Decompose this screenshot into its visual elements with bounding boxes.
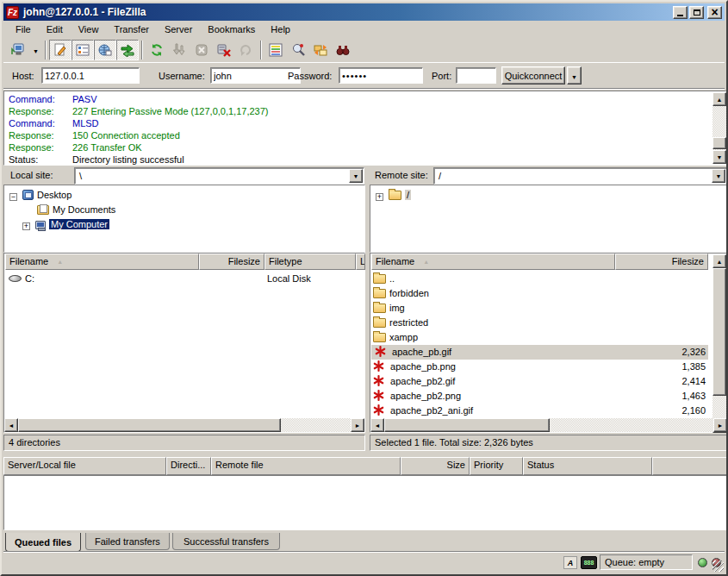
chevron-down-icon[interactable] — [349, 169, 363, 183]
scrollbar-thumb[interactable] — [18, 418, 281, 432]
transfer-type-icon[interactable]: A — [563, 556, 577, 569]
file-row[interactable]: apache_pb2_ani.gif 2,160 — [371, 404, 708, 418]
tree-item-my-computer[interactable]: +My Computer — [22, 217, 109, 232]
tab-label: Successful transfers — [184, 536, 269, 547]
toggle-local-tree-button[interactable] — [72, 40, 94, 60]
file-row-selected[interactable]: apache_pb.gif 2,326 — [371, 345, 708, 360]
scroll-left-button[interactable] — [370, 418, 384, 432]
tab-failed-transfers[interactable]: Failed transfers — [85, 533, 170, 550]
disconnect-button[interactable] — [213, 40, 235, 60]
scrollbar-track[interactable] — [550, 418, 713, 432]
directory-comparison-button[interactable] — [264, 40, 287, 60]
port-input[interactable] — [456, 67, 496, 84]
menu-bookmarks[interactable]: Bookmarks — [201, 22, 262, 36]
scroll-right-button[interactable] — [351, 418, 364, 432]
folder-icon — [373, 274, 386, 284]
toggle-transfer-queue-button[interactable] — [116, 40, 139, 60]
site-manager-dropdown-button[interactable] — [29, 40, 42, 60]
log-scroll-up-button[interactable] — [712, 92, 726, 106]
quickconnect-button[interactable]: Quickconnect — [501, 66, 565, 85]
column-header-size[interactable]: Size — [401, 457, 470, 475]
log-text: 227 Entering Passive Mode (127,0,0,1,17,… — [72, 105, 268, 117]
collapse-icon[interactable]: − — [9, 193, 17, 201]
file-row[interactable]: xampp — [371, 330, 708, 345]
cancel-operation-button[interactable] — [190, 40, 213, 60]
column-header-filesize[interactable]: Filesize — [199, 254, 264, 270]
file-row[interactable]: img — [371, 301, 708, 316]
site-manager-icon — [10, 43, 26, 57]
column-header-filesize[interactable]: Filesize — [615, 254, 708, 270]
file-row[interactable]: apache_pb2.png 1,463 — [371, 389, 708, 404]
speed-limits-icon[interactable]: 888 — [581, 556, 597, 569]
column-header-filetype[interactable]: Filetype — [264, 254, 356, 270]
tab-label: Queued files — [15, 537, 72, 548]
tab-successful-transfers[interactable]: Successful transfers — [172, 533, 280, 550]
column-header-filename[interactable]: Filename — [5, 254, 199, 270]
tree-item-root[interactable]: +/ — [376, 188, 411, 203]
column-header-direction[interactable]: Directi... — [166, 457, 211, 475]
scrollbar-track[interactable] — [281, 418, 351, 432]
host-input[interactable] — [41, 67, 140, 84]
resize-grip[interactable] — [712, 560, 724, 572]
site-manager-button[interactable] — [7, 40, 29, 60]
refresh-button[interactable] — [146, 40, 168, 60]
title-bar[interactable]: Fz john@127.0.0.1 - FileZilla — [3, 3, 725, 21]
menu-edit[interactable]: Edit — [40, 22, 70, 36]
scroll-left-button[interactable] — [4, 418, 18, 432]
tree-item-label: Desktop — [37, 190, 72, 200]
maximize-button[interactable] — [689, 6, 704, 19]
scrollbar-thumb[interactable] — [712, 268, 726, 396]
file-row[interactable]: apache_pb.png 1,385 — [371, 360, 708, 374]
password-input[interactable] — [339, 67, 423, 84]
column-header-remote-file[interactable]: Remote file — [211, 457, 401, 475]
remote-file-list: Filename Filesize .. forbidden img restr… — [370, 253, 728, 433]
column-header-priority[interactable]: Priority — [470, 457, 523, 475]
file-row[interactable]: .. — [371, 272, 708, 286]
close-icon — [711, 7, 718, 18]
file-row-c-drive[interactable]: C: Local Disk — [7, 272, 364, 286]
file-row[interactable]: restricted — [371, 316, 708, 330]
log-scroll-down-button[interactable] — [712, 150, 726, 164]
scroll-right-button[interactable] — [713, 418, 727, 432]
chevron-down-icon — [571, 71, 577, 81]
expand-icon[interactable]: + — [376, 193, 383, 201]
menu-transfer[interactable]: Transfer — [107, 22, 156, 36]
queue-list-area[interactable] — [3, 475, 728, 530]
tree-item-desktop[interactable]: −Desktop — [9, 188, 72, 203]
column-header-lastmodified[interactable]: L — [356, 254, 365, 270]
remote-site-combo[interactable]: / — [433, 167, 727, 185]
synchronized-browsing-button[interactable] — [309, 40, 332, 60]
folder-icon — [389, 191, 401, 200]
expand-icon[interactable]: + — [22, 222, 30, 230]
scrollbar-thumb[interactable] — [384, 418, 550, 432]
column-header-server-local-file[interactable]: Server/Local file — [3, 457, 166, 475]
toggle-remote-tree-button[interactable] — [94, 40, 116, 60]
filename-filters-button[interactable] — [287, 40, 309, 60]
log-line: Command:PASV — [4, 93, 727, 105]
quickconnect-dropdown-button[interactable] — [567, 66, 582, 85]
menu-file[interactable]: File — [9, 22, 38, 36]
process-queue-button[interactable] — [168, 40, 190, 60]
tree-item-my-documents[interactable]: My Documents — [35, 203, 115, 217]
file-row[interactable]: apache_pb2.gif 2,414 — [371, 374, 708, 389]
menu-view[interactable]: View — [72, 22, 106, 36]
reconnect-button[interactable] — [235, 40, 258, 60]
scrollbar-track[interactable] — [712, 396, 726, 419]
menu-help[interactable]: Help — [264, 22, 297, 36]
column-header-status[interactable]: Status — [523, 457, 652, 475]
close-button[interactable] — [707, 6, 722, 19]
column-label: Remote file — [215, 460, 264, 470]
column-header-filename[interactable]: Filename — [371, 254, 615, 270]
tab-queued-files[interactable]: Queued files — [5, 533, 81, 552]
file-row[interactable]: forbidden — [371, 286, 708, 301]
log-scrollbar-thumb[interactable] — [712, 137, 726, 149]
minimize-button[interactable] — [673, 6, 688, 19]
find-files-button[interactable] — [332, 40, 354, 60]
local-site-combo[interactable]: \ — [74, 167, 364, 185]
menu-server[interactable]: Server — [158, 22, 199, 36]
scroll-up-button[interactable] — [712, 254, 726, 268]
chevron-down-icon[interactable] — [712, 169, 725, 183]
file-name: restricted — [389, 317, 428, 328]
image-file-icon — [373, 404, 384, 416]
toggle-message-log-button[interactable] — [49, 40, 72, 60]
